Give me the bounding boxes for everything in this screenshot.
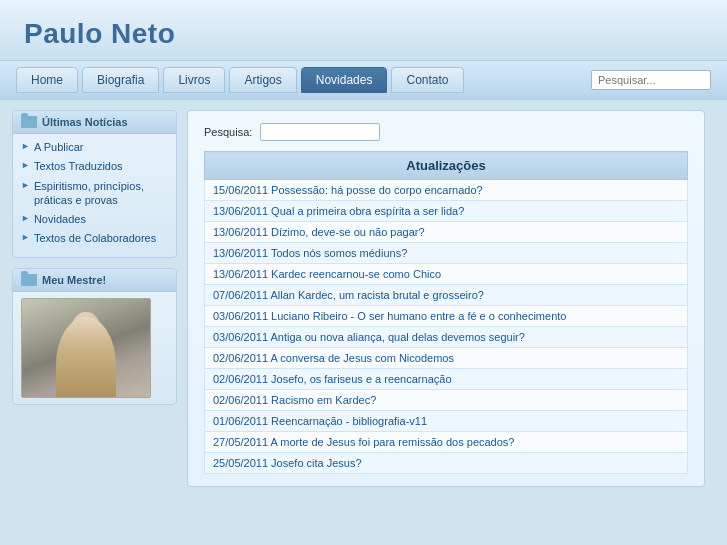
article-link[interactable]: 02/06/2011 Josefo, os fariseus e a reenc… xyxy=(213,373,452,385)
nav-tab-contato[interactable]: Contato xyxy=(391,67,463,93)
arrow-icon: ► xyxy=(21,160,30,172)
table-row: 13/06/2011 Qual a primeira obra espírita… xyxy=(205,201,688,222)
mestre-image xyxy=(21,298,151,398)
table-row: 02/06/2011 A conversa de Jesus com Nicod… xyxy=(205,348,688,369)
arrow-icon: ► xyxy=(21,232,30,244)
article-link[interactable]: 27/05/2011 A morte de Jesus foi para rem… xyxy=(213,436,514,448)
table-row: 25/05/2011 Josefo cita Jesus? xyxy=(205,453,688,474)
table-row: 27/05/2011 A morte de Jesus foi para rem… xyxy=(205,432,688,453)
sidebar-link[interactable]: ►A Publicar xyxy=(21,140,168,154)
page-layout: Últimas Notícias ►A Publicar►Textos Trad… xyxy=(0,100,727,520)
nav-tab-livros[interactable]: Livros xyxy=(163,67,225,93)
search-label: Pesquisa: xyxy=(204,126,252,138)
article-link[interactable]: 25/05/2011 Josefo cita Jesus? xyxy=(213,457,362,469)
article-link[interactable]: 13/06/2011 Dízimo, deve-se ou não pagar? xyxy=(213,226,425,238)
nav-tabs: HomeBiografiaLivrosArtigosNovidadesConta… xyxy=(16,67,464,93)
nav-tab-home[interactable]: Home xyxy=(16,67,78,93)
header: Paulo Neto xyxy=(0,0,727,60)
sidebar: Últimas Notícias ►A Publicar►Textos Trad… xyxy=(12,110,177,510)
sidebar-link[interactable]: ►Novidades xyxy=(21,212,168,226)
mestre-content xyxy=(13,292,176,404)
nav-search-container xyxy=(591,70,711,90)
arrow-icon: ► xyxy=(21,213,30,225)
sidebar-link-label: Novidades xyxy=(34,212,86,226)
noticias-title: Últimas Notícias xyxy=(42,116,128,128)
table-row: 03/06/2011 Antiga ou nova aliança, qual … xyxy=(205,327,688,348)
sidebar-link-label: Textos de Colaboradores xyxy=(34,231,156,245)
updates-panel: Pesquisa: Atualizações 15/06/2011 Posses… xyxy=(187,110,705,487)
article-link[interactable]: 13/06/2011 Kardec reencarnou-se como Chi… xyxy=(213,268,441,280)
folder-icon xyxy=(21,116,37,128)
sidebar-link-label: Espiritismo, princípios, práticas e prov… xyxy=(34,179,168,208)
nav-bar: HomeBiografiaLivrosArtigosNovidadesConta… xyxy=(0,60,727,100)
nav-search-input[interactable] xyxy=(591,70,711,90)
article-link[interactable]: 03/06/2011 Luciano Ribeiro - O ser human… xyxy=(213,310,566,322)
folder-icon-mestre xyxy=(21,274,37,286)
noticias-header: Últimas Notícias xyxy=(13,111,176,134)
site-title: Paulo Neto xyxy=(24,18,703,50)
main-content: Pesquisa: Atualizações 15/06/2011 Posses… xyxy=(177,110,715,510)
article-link[interactable]: 03/06/2011 Antiga ou nova aliança, qual … xyxy=(213,331,525,343)
arrow-icon: ► xyxy=(21,180,30,192)
articles-list: 15/06/2011 Possessão: há posse do corpo … xyxy=(205,180,688,474)
article-link[interactable]: 02/06/2011 Racismo em Kardec? xyxy=(213,394,376,406)
sidebar-link-label: A Publicar xyxy=(34,140,84,154)
mestre-box: Meu Mestre! xyxy=(12,268,177,405)
article-link[interactable]: 15/06/2011 Possessão: há posse do corpo … xyxy=(213,184,483,196)
search-row: Pesquisa: xyxy=(204,123,688,141)
sidebar-link[interactable]: ►Textos Traduzidos xyxy=(21,159,168,173)
table-row: 03/06/2011 Luciano Ribeiro - O ser human… xyxy=(205,306,688,327)
table-row: 13/06/2011 Todos nós somos médiuns? xyxy=(205,243,688,264)
mestre-header: Meu Mestre! xyxy=(13,269,176,292)
sidebar-link-label: Textos Traduzidos xyxy=(34,159,123,173)
article-link[interactable]: 13/06/2011 Qual a primeira obra espírita… xyxy=(213,205,464,217)
table-row: 02/06/2011 Josefo, os fariseus e a reenc… xyxy=(205,369,688,390)
arrow-icon: ► xyxy=(21,141,30,153)
table-row: 07/06/2011 Allan Kardec, um racista brut… xyxy=(205,285,688,306)
nav-tab-artigos[interactable]: Artigos xyxy=(229,67,296,93)
table-row: 13/06/2011 Dízimo, deve-se ou não pagar? xyxy=(205,222,688,243)
figure-body xyxy=(56,317,116,397)
search-input[interactable] xyxy=(260,123,380,141)
sidebar-link[interactable]: ►Textos de Colaboradores xyxy=(21,231,168,245)
noticias-box: Últimas Notícias ►A Publicar►Textos Trad… xyxy=(12,110,177,258)
article-link[interactable]: 13/06/2011 Todos nós somos médiuns? xyxy=(213,247,407,259)
nav-tab-biografia[interactable]: Biografia xyxy=(82,67,159,93)
sidebar-link[interactable]: ►Espiritismo, princípios, práticas e pro… xyxy=(21,179,168,208)
nav-tab-novidades[interactable]: Novidades xyxy=(301,67,388,93)
article-link[interactable]: 07/06/2011 Allan Kardec, um racista brut… xyxy=(213,289,484,301)
updates-table-header: Atualizações xyxy=(205,152,688,180)
noticias-links: ►A Publicar►Textos Traduzidos►Espiritism… xyxy=(13,134,176,257)
mestre-title: Meu Mestre! xyxy=(42,274,106,286)
table-row: 01/06/2011 Reencarnação - bibliografia-v… xyxy=(205,411,688,432)
article-link[interactable]: 02/06/2011 A conversa de Jesus com Nicod… xyxy=(213,352,454,364)
table-row: 15/06/2011 Possessão: há posse do corpo … xyxy=(205,180,688,201)
table-row: 02/06/2011 Racismo em Kardec? xyxy=(205,390,688,411)
article-link[interactable]: 01/06/2011 Reencarnação - bibliografia-v… xyxy=(213,415,427,427)
table-row: 13/06/2011 Kardec reencarnou-se como Chi… xyxy=(205,264,688,285)
updates-table: Atualizações 15/06/2011 Possessão: há po… xyxy=(204,151,688,474)
